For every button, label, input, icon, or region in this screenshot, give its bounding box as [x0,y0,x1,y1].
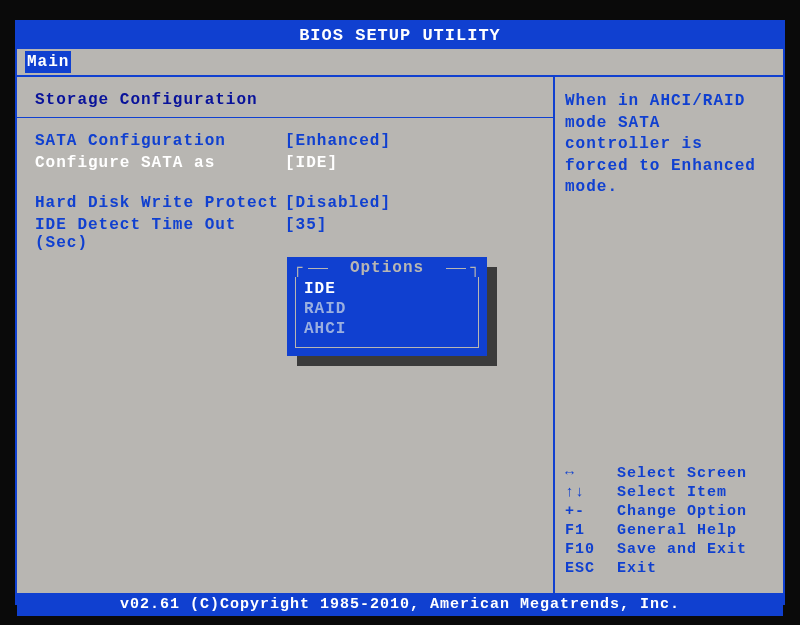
tab-main[interactable]: Main [25,51,71,73]
key-exit: ESC Exit [565,560,773,577]
setting-value: [Disabled] [285,194,391,212]
settings-panel: Storage Configuration SATA Configuration… [17,77,555,593]
divider [17,117,553,118]
key-change-option: +- Change Option [565,503,773,520]
help-text: When in AHCI/RAID mode SATA controller i… [565,91,773,199]
key-select-item: ↑↓ Select Item [565,484,773,501]
key-legend: ↔ Select Screen ↑↓ Select Item +- Change… [565,465,773,579]
setting-label: IDE Detect Time Out (Sec) [35,216,285,252]
key-save-exit: F10 Save and Exit [565,541,773,558]
key-general-help: F1 General Help [565,522,773,539]
options-popup: ┌ Options ┐ IDE RAID AHCI [287,257,487,356]
section-title: Storage Configuration [35,91,535,109]
option-raid[interactable]: RAID [304,299,470,319]
content-area: Storage Configuration SATA Configuration… [17,77,783,593]
popup-title: Options [332,259,443,277]
setting-sata-configuration[interactable]: SATA Configuration [Enhanced] [35,132,535,150]
copyright-footer: v02.61 (C)Copyright 1985-2010, American … [17,593,783,616]
help-panel: When in AHCI/RAID mode SATA controller i… [555,77,783,593]
setting-ide-timeout[interactable]: IDE Detect Time Out (Sec) [35] [35,216,535,252]
menu-bar: Main [17,49,783,77]
setting-value: [IDE] [285,154,338,172]
setting-label: Configure SATA as [35,154,285,172]
key-select-screen: ↔ Select Screen [565,465,773,482]
setting-label: Hard Disk Write Protect [35,194,285,212]
setting-value: [Enhanced] [285,132,391,150]
setting-label: SATA Configuration [35,132,285,150]
setting-value: [35] [285,216,327,252]
setting-configure-sata-as[interactable]: Configure SATA as [IDE] [35,154,535,172]
option-ide[interactable]: IDE [304,279,470,299]
option-ahci[interactable]: AHCI [304,319,470,339]
setting-write-protect[interactable]: Hard Disk Write Protect [Disabled] [35,194,535,212]
title-bar: BIOS SETUP UTILITY [17,22,783,49]
bios-screen: BIOS SETUP UTILITY Main Storage Configur… [15,20,785,605]
